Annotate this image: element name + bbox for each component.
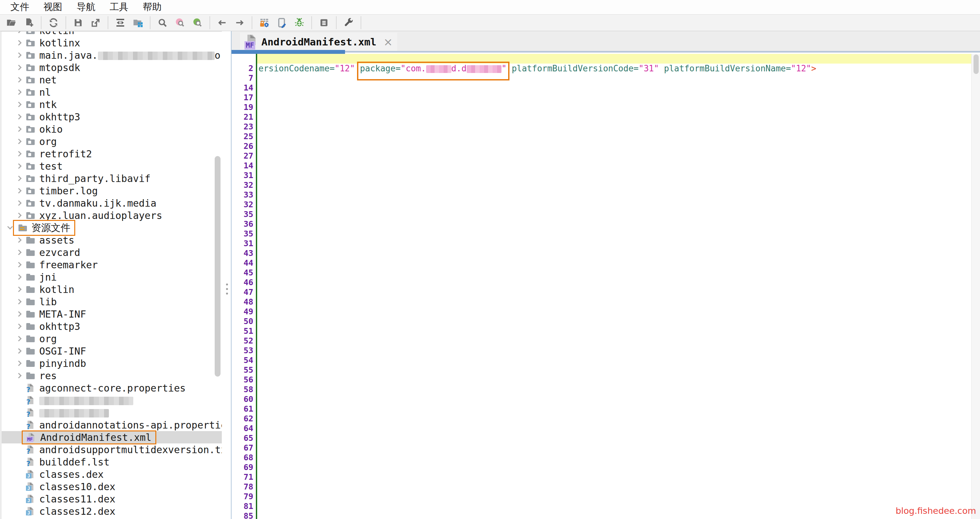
tree-item[interactable]: ? agconnect-core.properties	[2, 382, 230, 394]
deobfuscation-icon[interactable]	[256, 15, 272, 30]
chevron-right-icon[interactable]	[14, 137, 23, 146]
chevron-right-icon[interactable]	[14, 298, 23, 306]
chevron-right-icon[interactable]	[14, 51, 23, 59]
tree-item[interactable]: third_party.libavif	[2, 172, 230, 185]
menu-item[interactable]: 导航	[69, 1, 102, 14]
debugger-icon[interactable]	[291, 15, 307, 30]
editor-scrollbar-thumb[interactable]	[974, 54, 979, 74]
tree-item[interactable]: ?	[2, 394, 230, 406]
chevron-down-icon[interactable]	[6, 223, 14, 232]
tree-item[interactable]: tv.danmaku.ijk.media	[2, 197, 230, 209]
chevron-right-icon[interactable]	[14, 100, 23, 109]
tree-item[interactable]: kotlin	[2, 31, 230, 37]
menu-item[interactable]: 帮助	[135, 1, 169, 14]
chevron-right-icon[interactable]	[14, 211, 23, 220]
chevron-right-icon[interactable]	[14, 371, 23, 380]
forward-icon[interactable]	[232, 15, 247, 30]
chevron-right-icon[interactable]	[14, 347, 23, 355]
tree-item[interactable]: kotlin	[2, 283, 230, 296]
tree-item[interactable]: assets	[2, 234, 230, 246]
tree-item[interactable]: org	[2, 135, 230, 148]
save-icon[interactable]	[70, 15, 86, 30]
chevron-right-icon[interactable]	[14, 113, 23, 121]
preferences-icon[interactable]	[341, 15, 356, 30]
back-icon[interactable]	[214, 15, 230, 30]
tree-item[interactable]: 资源文件	[2, 221, 230, 234]
search-comments-icon[interactable]	[172, 15, 188, 30]
add-files-icon[interactable]	[21, 15, 37, 30]
rename-icon[interactable]	[274, 15, 290, 30]
tree-item[interactable]: META-INF	[2, 308, 230, 320]
chevron-right-icon[interactable]	[14, 199, 23, 207]
tree-item[interactable]: okhttp3	[2, 111, 230, 123]
tree-item[interactable]: ? androidannotations-api.properties	[2, 419, 230, 431]
tree-item[interactable]: test	[2, 160, 230, 172]
tree-item[interactable]: jni	[2, 271, 230, 283]
chevron-right-icon[interactable]	[14, 76, 23, 84]
panel-splitter[interactable]	[222, 31, 231, 519]
tree-item[interactable]: retrofit2	[2, 148, 230, 160]
search-icon[interactable]	[155, 15, 170, 30]
search-class-icon[interactable]	[190, 15, 205, 30]
tree-item[interactable]: ? androidsupportmultidexversion.txt	[2, 443, 230, 456]
chevron-right-icon[interactable]	[14, 248, 23, 256]
chevron-right-icon[interactable]	[14, 261, 23, 269]
tree-item[interactable]: res	[2, 369, 230, 382]
tree-item[interactable]: pinyindb	[2, 357, 230, 369]
tree-item[interactable]: MF AndroidManifest.xml	[2, 431, 230, 443]
tree-item[interactable]: OSGI-INF	[2, 345, 230, 357]
chevron-right-icon[interactable]	[14, 174, 23, 183]
tree-item[interactable]: nl	[2, 86, 230, 98]
tree-item[interactable]: J classes.dex	[2, 468, 230, 481]
tree-item[interactable]: ? builddef.lst	[2, 456, 230, 468]
chevron-right-icon[interactable]	[14, 38, 23, 47]
tree-item[interactable]: J classes10.dex	[2, 481, 230, 493]
fit-width-icon[interactable]	[113, 15, 128, 30]
code-editor[interactable]: 2714171921232526271431323332353635314344…	[232, 54, 980, 519]
code-viewport[interactable]: ersionCodename="12" package="com.d.d" pl…	[257, 54, 972, 519]
chevron-right-icon[interactable]	[14, 310, 23, 318]
tree-item[interactable]: freemarker	[2, 258, 230, 271]
tree-item[interactable]: ntk	[2, 98, 230, 111]
tree-item[interactable]: J classes11.dex	[2, 493, 230, 505]
tree-item[interactable]: timber.log	[2, 185, 230, 197]
tree-item[interactable]: ezvcard	[2, 246, 230, 258]
tree-item[interactable]: J classes12.dex	[2, 505, 230, 517]
tree-item[interactable]: main.java.or	[2, 49, 230, 61]
tree-item[interactable]: org	[2, 333, 230, 345]
chevron-right-icon[interactable]	[14, 31, 23, 35]
chevron-right-icon[interactable]	[14, 162, 23, 170]
tree-item[interactable]: net	[2, 74, 230, 86]
open-file-icon[interactable]	[3, 15, 19, 30]
editor-scrollbar-track[interactable]	[971, 54, 980, 519]
chevron-right-icon[interactable]	[14, 273, 23, 281]
chevron-right-icon[interactable]	[14, 63, 23, 72]
tree-item[interactable]: lib	[2, 296, 230, 308]
chevron-right-icon[interactable]	[14, 334, 23, 343]
menu-item[interactable]: 文件	[3, 1, 36, 14]
class-browser-icon[interactable]	[130, 15, 146, 30]
tree-scrollbar-thumb[interactable]	[215, 156, 221, 377]
menu-item[interactable]: 视图	[36, 1, 69, 14]
log-viewer-icon[interactable]	[316, 15, 332, 30]
tree-item[interactable]: okio	[2, 123, 230, 135]
tree-item[interactable]: okhttp3	[2, 320, 230, 333]
chevron-right-icon[interactable]	[14, 150, 23, 158]
chevron-right-icon[interactable]	[14, 88, 23, 96]
chevron-right-icon[interactable]	[14, 285, 23, 294]
menu-item[interactable]: 工具	[102, 1, 135, 14]
tree-item[interactable]: kotlinx	[2, 37, 230, 49]
tree-item[interactable]: mtopsdk	[2, 61, 230, 74]
chevron-right-icon[interactable]	[14, 186, 23, 195]
export-icon[interactable]	[88, 15, 103, 30]
tab-androidmanifest[interactable]: MF AndroidManifest.xml ×	[240, 32, 397, 51]
tree-item[interactable]: ?	[2, 406, 230, 419]
chevron-right-icon[interactable]	[14, 322, 23, 331]
code-token: "12"	[791, 64, 811, 73]
close-icon[interactable]: ×	[383, 35, 393, 48]
chevron-right-icon[interactable]	[14, 236, 23, 244]
reload-icon[interactable]	[46, 15, 61, 30]
code-token: platformBuildVersionName	[664, 64, 786, 73]
chevron-right-icon[interactable]	[14, 359, 23, 368]
chevron-right-icon[interactable]	[14, 125, 23, 133]
